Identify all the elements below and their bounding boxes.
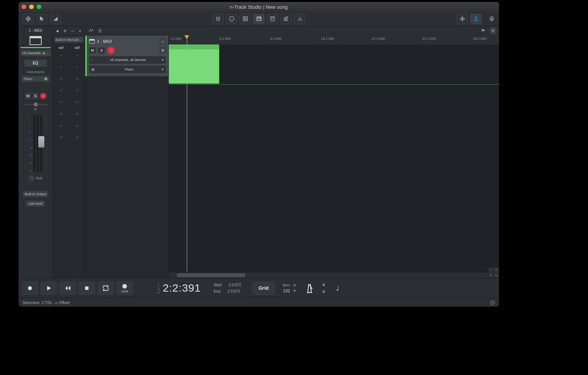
quantize-button[interactable]: ♩: [332, 283, 343, 293]
mixer-button[interactable]: [212, 14, 224, 24]
track-lane[interactable]: [169, 44, 499, 85]
time-display[interactable]: 2:2:391: [163, 282, 201, 294]
zoom-in-h-icon[interactable]: +: [494, 267, 499, 273]
scrollbar-thumb[interactable]: [177, 273, 245, 277]
zoom-out-h-icon[interactable]: −: [488, 267, 494, 273]
record-mode-icon[interactable]: ●: [55, 28, 60, 33]
pointer-tool-button[interactable]: [36, 14, 47, 24]
track-mute-button[interactable]: M: [89, 47, 96, 53]
instrument-name: Piano: [24, 77, 33, 81]
playhead-line: [187, 35, 187, 278]
piano-icon: ▥: [91, 67, 95, 71]
pan-knob[interactable]: [34, 102, 38, 107]
automation-icon[interactable]: [88, 27, 94, 34]
horizontal-scrollbar[interactable]: [169, 273, 488, 278]
loop-button[interactable]: [97, 281, 114, 295]
fade-tool-button[interactable]: [50, 14, 61, 24]
move-tool-button[interactable]: [22, 14, 34, 24]
start-value[interactable]: 2:3:872: [228, 283, 241, 287]
bpm-up-icon[interactable]: ▴: [293, 284, 297, 286]
selection-block: Start2:3:872 End2:3:872: [214, 283, 241, 293]
stop-button[interactable]: [78, 281, 95, 295]
track-arm-button[interactable]: [107, 47, 115, 54]
start-label: Start: [214, 283, 222, 287]
send-icon[interactable]: [29, 176, 34, 181]
send-gain: +0.0: [36, 176, 42, 180]
level-left-value: -inf: [58, 46, 63, 50]
fader-scale: 630-5-10-20-40-60: [28, 115, 32, 172]
list-icon[interactable]: ≡: [63, 28, 68, 33]
output-selector[interactable]: Built-in Output: [23, 191, 48, 197]
midi-track-icon: [30, 36, 42, 45]
bpm-value[interactable]: 120: [283, 289, 290, 293]
track-expand-button[interactable]: ▭: [159, 38, 166, 45]
channel-selector[interactable]: All channels, all...: [20, 50, 51, 56]
svg-rect-3: [243, 19, 244, 21]
grid-button[interactable]: Grid: [252, 281, 275, 295]
pianoroll-button[interactable]: [267, 14, 278, 24]
settings-gear-icon[interactable]: [488, 16, 495, 22]
time-signature[interactable]: 4 4: [322, 282, 325, 294]
instrument-power-icon[interactable]: [44, 77, 47, 80]
midi-clip[interactable]: [169, 44, 219, 84]
play-button[interactable]: [41, 281, 57, 295]
timeline[interactable]: 1:1:000 5:1:000 9:1:000 13:1:000 17:1:00…: [169, 35, 499, 278]
svg-rect-4: [246, 19, 247, 21]
input-selector[interactable]: Built-in Microph...: [54, 37, 84, 43]
chevron-down-icon: ▾: [162, 67, 164, 71]
track-solo-button[interactable]: S: [98, 47, 105, 53]
waveform-icon[interactable]: [480, 27, 487, 34]
svg-point-10: [460, 18, 461, 19]
svg-point-12: [462, 17, 463, 18]
solo-button[interactable]: S: [33, 93, 39, 99]
instrument-selector[interactable]: Piano: [22, 76, 49, 82]
pan-slider[interactable]: [23, 104, 48, 105]
record-button[interactable]: [22, 281, 38, 295]
info-button[interactable]: [226, 14, 237, 24]
zoom-out-v-icon[interactable]: ⤢: [488, 273, 494, 278]
inspector-track-title: 1 - MIDI: [29, 28, 42, 34]
track-color-indicator: [20, 47, 51, 48]
fader-handle[interactable]: [38, 136, 44, 147]
rewind-button[interactable]: [59, 281, 76, 295]
mute-button[interactable]: M: [25, 93, 31, 99]
track-settings-icon[interactable]: [97, 27, 103, 34]
add-clip-icon[interactable]: +: [489, 27, 497, 35]
svg-point-9: [461, 18, 463, 20]
keyboard-button[interactable]: [253, 14, 264, 24]
metronome-button[interactable]: [304, 283, 315, 293]
track-list: 1 - MIDI ▭ M S ⧉ I All channels, all dev…: [85, 35, 169, 278]
inspector-panel: 1 - MIDI All channels, all... EQ Instrum…: [19, 26, 53, 278]
chevron-down-icon: ▾: [162, 58, 164, 62]
fx-button[interactable]: [294, 14, 305, 24]
time-ruler[interactable]: 1:1:000 5:1:000 9:1:000 13:1:000 17:1:00…: [169, 35, 499, 44]
track-freeze-button[interactable]: ⧉: [159, 47, 166, 54]
volume-fader[interactable]: [40, 115, 42, 172]
track-channel-selector[interactable]: I All channels, all devices ▾: [89, 56, 166, 64]
end-label: End: [214, 289, 220, 293]
more-icon[interactable]: ⋯: [70, 28, 75, 33]
step-button[interactable]: 1234: [116, 281, 133, 295]
track-instrument-selector[interactable]: ▥ Piano ▾: [89, 66, 166, 73]
svg-rect-8: [286, 17, 287, 21]
svg-rect-6: [271, 17, 274, 21]
track-type-icon: [89, 39, 95, 44]
bpm-down-icon[interactable]: ▾: [293, 289, 297, 292]
track-item[interactable]: 1 - MIDI ▭ M S ⧉ I All channels, all dev…: [85, 36, 168, 76]
share-button[interactable]: [470, 14, 482, 24]
status-close-icon[interactable]: ✕: [490, 300, 495, 305]
titlebar: n-Track Studio | New song: [19, 2, 499, 12]
mixer-strip: ● ≡ ⋯ + Built-in Microph... -inf -inf -3…: [53, 26, 85, 278]
arm-record-button[interactable]: [40, 93, 46, 99]
add-send-button[interactable]: Add send: [26, 201, 44, 207]
track-name: 1 - MIDI: [97, 39, 112, 44]
pads-button[interactable]: [239, 14, 251, 24]
extras-button[interactable]: [457, 14, 468, 24]
loops-button[interactable]: [280, 14, 292, 24]
eq-button[interactable]: EQ: [24, 60, 47, 67]
end-value[interactable]: 2:3:872: [227, 289, 240, 293]
svg-point-14: [491, 18, 493, 20]
zoom-in-v-icon[interactable]: ⤡: [494, 273, 499, 278]
svg-rect-2: [246, 17, 247, 18]
add-track-icon[interactable]: +: [77, 28, 83, 33]
